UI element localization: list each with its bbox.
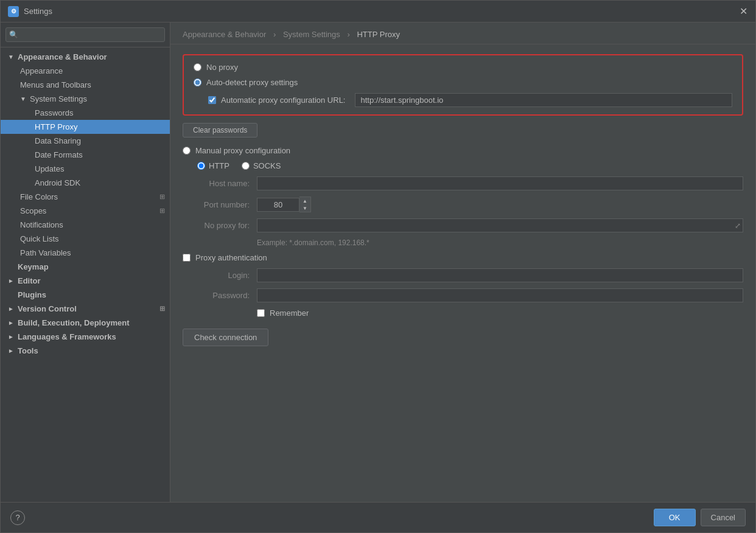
sidebar-item-keymap[interactable]: Keymap bbox=[1, 260, 170, 274]
manual-proxy-radio[interactable] bbox=[183, 147, 191, 155]
no-proxy-for-row: No proxy for: ⤢ bbox=[183, 218, 743, 232]
port-number-row: Port number: ▲ ▼ bbox=[183, 197, 743, 212]
bottom-left: ? bbox=[10, 510, 25, 525]
login-row: Login: bbox=[183, 268, 743, 282]
help-button[interactable]: ? bbox=[10, 510, 25, 525]
sidebar-item-build-execution[interactable]: ► Build, Execution, Deployment bbox=[1, 316, 170, 330]
login-input[interactable] bbox=[257, 268, 743, 282]
sidebar-item-date-formats[interactable]: Date Formats bbox=[1, 148, 170, 162]
auto-config-url-input[interactable] bbox=[355, 93, 732, 107]
no-proxy-row: No proxy bbox=[194, 63, 732, 72]
sidebar-item-appearance[interactable]: Appearance bbox=[1, 64, 170, 78]
window-controls: ✕ bbox=[738, 7, 748, 16]
auto-config-url-row: Automatic proxy configuration URL: bbox=[208, 93, 732, 107]
sidebar-item-languages-frameworks[interactable]: ► Languages & Frameworks bbox=[1, 330, 170, 344]
http-label[interactable]: HTTP bbox=[209, 161, 229, 170]
remember-row: Remember bbox=[257, 308, 743, 318]
manual-proxy-label[interactable]: Manual proxy configuration bbox=[195, 146, 290, 155]
main-panel: Appearance & Behavior › System Settings … bbox=[170, 23, 755, 502]
socks-label[interactable]: SOCKS bbox=[253, 161, 281, 170]
cancel-button[interactable]: Cancel bbox=[701, 509, 746, 526]
host-name-row: Host name: bbox=[183, 176, 743, 190]
auto-detect-row: Auto-detect proxy settings bbox=[194, 78, 732, 87]
settings-content: No proxy Auto-detect proxy settings Auto… bbox=[170, 44, 755, 502]
sidebar-item-updates[interactable]: Updates bbox=[1, 162, 170, 176]
sidebar-item-editor[interactable]: ► Editor bbox=[1, 274, 170, 288]
app-icon: ⚙ bbox=[8, 6, 19, 17]
arrow-icon: ▼ bbox=[20, 96, 27, 102]
no-proxy-for-input[interactable] bbox=[257, 218, 743, 232]
proxy-auth-label[interactable]: Proxy authentication bbox=[195, 253, 267, 262]
no-proxy-for-label: No proxy for: bbox=[183, 221, 250, 230]
auto-config-checkbox[interactable] bbox=[208, 96, 216, 104]
sidebar-item-system-settings[interactable]: ▼ System Settings bbox=[1, 92, 170, 106]
auto-detect-label[interactable]: Auto-detect proxy settings bbox=[206, 78, 298, 87]
arrow-icon: ► bbox=[8, 347, 15, 354]
sidebar-item-android-sdk[interactable]: Android SDK bbox=[1, 176, 170, 190]
no-proxy-label[interactable]: No proxy bbox=[206, 63, 238, 72]
protocol-group: HTTP SOCKS bbox=[197, 161, 743, 170]
sidebar-item-notifications[interactable]: Notifications bbox=[1, 218, 170, 232]
port-down-button[interactable]: ▼ bbox=[299, 204, 310, 212]
arrow-icon: ► bbox=[8, 319, 15, 326]
port-number-input[interactable] bbox=[257, 198, 299, 212]
login-label: Login: bbox=[183, 271, 250, 280]
proxy-auth-row: Proxy authentication bbox=[183, 253, 743, 262]
proxy-selection-box: No proxy Auto-detect proxy settings Auto… bbox=[183, 54, 743, 116]
arrow-icon: ► bbox=[8, 333, 15, 340]
bottom-bar: ? OK Cancel bbox=[1, 502, 755, 532]
arrow-icon: ▼ bbox=[8, 54, 15, 60]
port-spinner: ▲ ▼ bbox=[299, 197, 311, 212]
ok-button[interactable]: OK bbox=[654, 509, 696, 526]
title-bar: ⚙ Settings ✕ bbox=[1, 1, 755, 23]
sidebar-item-passwords[interactable]: Passwords bbox=[1, 106, 170, 120]
socks-radio[interactable] bbox=[242, 162, 250, 170]
bottom-right: OK Cancel bbox=[654, 509, 746, 526]
sidebar-item-plugins[interactable]: Plugins bbox=[1, 288, 170, 302]
page-icon: ⊞ bbox=[159, 193, 165, 201]
sidebar-item-file-colors[interactable]: File Colors ⊞ bbox=[1, 190, 170, 204]
port-number-label: Port number: bbox=[183, 200, 250, 209]
auto-config-label[interactable]: Automatic proxy configuration URL: bbox=[221, 96, 345, 105]
sidebar-item-quick-lists[interactable]: Quick Lists bbox=[1, 232, 170, 246]
check-connection-button[interactable]: Check connection bbox=[183, 329, 268, 346]
window-title: Settings bbox=[24, 7, 738, 16]
port-spinner-wrapper: ▲ ▼ bbox=[257, 197, 311, 212]
port-up-button[interactable]: ▲ bbox=[299, 197, 310, 204]
remember-label[interactable]: Remember bbox=[270, 308, 309, 318]
sidebar-item-scopes[interactable]: Scopes ⊞ bbox=[1, 204, 170, 218]
main-content: 🔍 ▼ Appearance & Behavior Appearance Men… bbox=[1, 23, 755, 502]
arrow-icon: ► bbox=[8, 277, 15, 284]
search-icon: 🔍 bbox=[9, 30, 18, 39]
page-icon: ⊞ bbox=[159, 305, 165, 313]
sidebar-tree: ▼ Appearance & Behavior Appearance Menus… bbox=[1, 47, 170, 502]
sidebar: 🔍 ▼ Appearance & Behavior Appearance Men… bbox=[1, 23, 170, 502]
no-proxy-radio[interactable] bbox=[194, 63, 201, 71]
host-name-label: Host name: bbox=[183, 179, 250, 188]
auto-detect-radio[interactable] bbox=[194, 78, 201, 86]
http-radio[interactable] bbox=[197, 162, 205, 170]
password-row: Password: bbox=[183, 288, 743, 302]
search-box: 🔍 bbox=[1, 23, 170, 47]
close-button[interactable]: ✕ bbox=[738, 7, 748, 16]
sidebar-item-data-sharing[interactable]: Data Sharing bbox=[1, 134, 170, 148]
breadcrumb: Appearance & Behavior › System Settings … bbox=[170, 23, 755, 44]
sidebar-item-appearance-behavior[interactable]: ▼ Appearance & Behavior bbox=[1, 50, 170, 64]
host-name-input[interactable] bbox=[257, 176, 743, 190]
expand-icon: ⤢ bbox=[735, 221, 741, 230]
arrow-icon: ► bbox=[8, 305, 15, 312]
sidebar-item-path-variables[interactable]: Path Variables bbox=[1, 246, 170, 260]
no-proxy-hint: Example: *.domain.com, 192.168.* bbox=[257, 239, 743, 247]
sidebar-item-menus-toolbars[interactable]: Menus and Toolbars bbox=[1, 78, 170, 92]
sidebar-item-version-control[interactable]: ► Version Control ⊞ bbox=[1, 302, 170, 316]
page-icon: ⊞ bbox=[159, 207, 165, 215]
search-input[interactable] bbox=[5, 27, 165, 42]
sidebar-item-tools[interactable]: ► Tools bbox=[1, 344, 170, 358]
password-label: Password: bbox=[183, 291, 250, 300]
sidebar-item-http-proxy[interactable]: HTTP Proxy bbox=[1, 120, 170, 134]
clear-passwords-button[interactable]: Clear passwords bbox=[183, 123, 257, 138]
settings-window: ⚙ Settings ✕ 🔍 ▼ Appearance & Behavior bbox=[0, 0, 756, 533]
proxy-auth-checkbox[interactable] bbox=[183, 254, 191, 262]
password-input[interactable] bbox=[257, 288, 743, 302]
remember-checkbox[interactable] bbox=[257, 309, 265, 317]
